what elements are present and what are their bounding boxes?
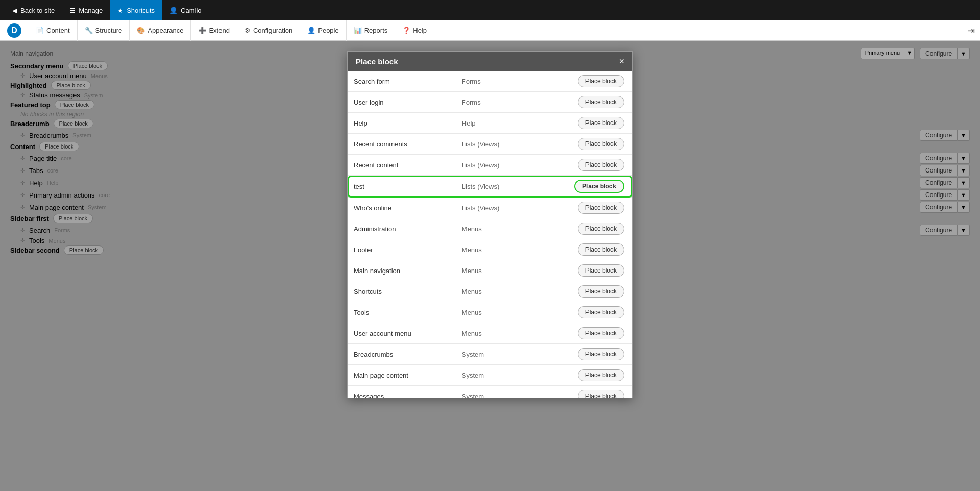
- block-category-cell: Menus: [456, 239, 533, 260]
- place-block-row-btn[interactable]: Place block: [578, 285, 624, 298]
- shortcuts-label: Shortcuts: [127, 7, 155, 14]
- reports-icon: 📊: [354, 27, 362, 34]
- modal-table-row: User account menu Menus Place block: [348, 323, 632, 344]
- manage-link[interactable]: ☰ Manage: [62, 0, 110, 20]
- modal-table-row: Footer Menus Place block: [348, 239, 632, 260]
- reports-label: Reports: [364, 27, 388, 34]
- nav-people[interactable]: 👤 People: [300, 20, 346, 41]
- place-block-row-btn[interactable]: Place block: [578, 264, 624, 277]
- modal-table-row: Who's online Lists (Views) Place block: [348, 198, 632, 218]
- modal-table-row: User login Forms Place block: [348, 92, 632, 113]
- block-action-cell: Place block: [533, 281, 632, 302]
- block-name-cell: User account menu: [348, 323, 456, 344]
- menu-icon: ☰: [69, 7, 76, 14]
- nav-help[interactable]: ❓ Help: [395, 20, 434, 41]
- block-name-cell: Shortcuts: [348, 281, 456, 302]
- configuration-icon: ⚙: [244, 27, 251, 34]
- place-block-row-btn[interactable]: Place block: [578, 243, 624, 256]
- back-arrow-icon: ◀: [12, 7, 17, 14]
- block-action-cell: Place block: [533, 323, 632, 344]
- modal-table-row: Search form Forms Place block: [348, 71, 632, 92]
- block-name-cell: Tools: [348, 302, 456, 323]
- block-category-cell: System: [456, 386, 533, 398]
- place-block-row-btn[interactable]: Place block: [578, 75, 624, 87]
- place-block-row-btn[interactable]: Place block: [578, 138, 624, 150]
- collapse-icon[interactable]: ⇥: [967, 25, 975, 36]
- help-label: Help: [413, 27, 427, 34]
- block-name-cell: Who's online: [348, 198, 456, 218]
- appearance-label: Appearance: [148, 27, 183, 34]
- place-block-row-btn[interactable]: Place block: [578, 117, 624, 129]
- block-action-cell: Place block: [533, 113, 632, 134]
- block-name-cell: Footer: [348, 239, 456, 260]
- nav-configuration[interactable]: ⚙ Configuration: [237, 20, 300, 41]
- block-name-cell: Main navigation: [348, 260, 456, 281]
- block-name-cell: Administration: [348, 218, 456, 239]
- modal-table-row: test Lists (Views) Place block: [348, 176, 632, 198]
- help-icon: ❓: [402, 27, 410, 34]
- place-block-row-btn[interactable]: Place block: [578, 202, 624, 214]
- block-category-cell: Forms: [456, 71, 533, 92]
- place-block-row-btn[interactable]: Place block: [578, 223, 624, 235]
- block-category-cell: System: [456, 344, 533, 365]
- modal-close-button[interactable]: ×: [619, 57, 624, 66]
- block-action-cell: Place block: [533, 198, 632, 218]
- people-label: People: [318, 27, 338, 34]
- back-to-site-link[interactable]: ◀ Back to site: [5, 0, 62, 20]
- modal-overlay[interactable]: Place block × Search form Forms Place bl…: [0, 41, 980, 491]
- nav-extend[interactable]: ➕ Extend: [191, 20, 237, 41]
- shortcuts-link[interactable]: ★ Shortcuts: [110, 0, 162, 20]
- place-block-row-btn[interactable]: Place block: [578, 348, 624, 360]
- nav-reports[interactable]: 📊 Reports: [347, 20, 396, 41]
- back-to-site-label: Back to site: [20, 7, 55, 14]
- main-content: Main navigation Primary menu ▼ Configure…: [0, 41, 980, 491]
- block-category-cell: Forms: [456, 92, 533, 113]
- block-action-cell: Place block: [533, 218, 632, 239]
- modal-body[interactable]: Search form Forms Place block User login…: [348, 71, 632, 398]
- place-block-row-btn[interactable]: Place block: [574, 180, 624, 193]
- place-block-row-btn[interactable]: Place block: [578, 390, 624, 398]
- structure-icon: 🔧: [85, 27, 93, 34]
- block-category-cell: Menus: [456, 260, 533, 281]
- svg-text:D: D: [11, 26, 17, 35]
- nav-right: ⇥: [967, 25, 975, 36]
- block-category-cell: Menus: [456, 218, 533, 239]
- content-label: Content: [46, 27, 70, 34]
- block-action-cell: Place block: [533, 302, 632, 323]
- drupal-logo: D: [5, 21, 23, 40]
- manage-label: Manage: [79, 7, 103, 14]
- modal-table-row: Recent content Lists (Views) Place block: [348, 155, 632, 176]
- extend-icon: ➕: [198, 27, 206, 34]
- block-action-cell: Place block: [533, 260, 632, 281]
- admin-bar: ◀ Back to site ☰ Manage ★ Shortcuts 👤 Ca…: [0, 0, 980, 20]
- block-name-cell: Recent comments: [348, 134, 456, 155]
- modal-table-row: Help Help Place block: [348, 113, 632, 134]
- secondary-nav: D 📄 Content 🔧 Structure 🎨 Appearance ➕ E…: [0, 20, 980, 41]
- place-block-modal: Place block × Search form Forms Place bl…: [347, 51, 633, 398]
- user-link[interactable]: 👤 Camilo: [162, 0, 209, 20]
- nav-content[interactable]: 📄 Content: [29, 20, 78, 41]
- modal-table-row: Main navigation Menus Place block: [348, 260, 632, 281]
- place-block-row-btn[interactable]: Place block: [578, 96, 624, 108]
- user-icon: 👤: [169, 7, 178, 14]
- modal-table-row: Recent comments Lists (Views) Place bloc…: [348, 134, 632, 155]
- extend-label: Extend: [209, 27, 229, 34]
- block-category-cell: Lists (Views): [456, 176, 533, 198]
- block-action-cell: Place block: [533, 176, 632, 198]
- place-block-row-btn[interactable]: Place block: [578, 306, 624, 318]
- block-name-cell: test: [348, 176, 456, 198]
- modal-table-row: Administration Menus Place block: [348, 218, 632, 239]
- nav-appearance[interactable]: 🎨 Appearance: [130, 20, 191, 41]
- nav-structure[interactable]: 🔧 Structure: [78, 20, 130, 41]
- content-icon: 📄: [36, 27, 44, 34]
- block-action-cell: Place block: [533, 386, 632, 398]
- place-block-row-btn[interactable]: Place block: [578, 369, 624, 381]
- modal-table-row: Shortcuts Menus Place block: [348, 281, 632, 302]
- place-block-row-btn[interactable]: Place block: [578, 327, 624, 339]
- configuration-label: Configuration: [253, 27, 292, 34]
- block-name-cell: Help: [348, 113, 456, 134]
- modal-title: Place block: [356, 57, 398, 66]
- place-block-row-btn[interactable]: Place block: [578, 159, 624, 171]
- block-category-cell: Menus: [456, 323, 533, 344]
- modal-table-row: Tools Menus Place block: [348, 302, 632, 323]
